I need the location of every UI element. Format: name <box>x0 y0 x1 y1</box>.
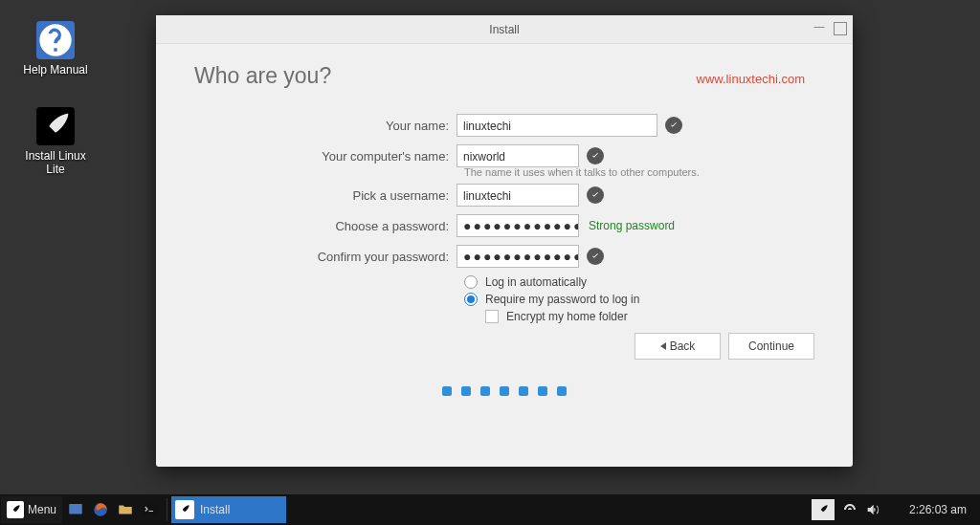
login-auto-radio[interactable]: Log in automatically <box>464 275 814 289</box>
install-label-2: Lite <box>17 163 94 176</box>
help-label: Help Manual <box>17 63 94 77</box>
login-auto-label: Log in automatically <box>485 275 587 289</box>
installer-window: Install Who are you? www.linuxtechi.com … <box>156 15 853 467</box>
username-label: Pick a username: <box>194 188 457 203</box>
password-label: Choose a password: <box>194 219 457 233</box>
menu-label: Menu <box>28 503 56 516</box>
help-icon <box>36 21 75 59</box>
login-require-radio[interactable]: Require my password to log in <box>464 293 814 306</box>
encrypt-label: Encrypt my home folder <box>506 310 628 323</box>
titlebar[interactable]: Install <box>156 15 853 44</box>
volume-icon[interactable] <box>865 502 880 517</box>
computer-label: Your computer's name: <box>194 149 457 164</box>
check-icon <box>587 147 604 164</box>
password-input[interactable]: ●●●●●●●●●●●●● <box>457 214 579 237</box>
name-label: Your name: <box>194 119 457 133</box>
system-tray: 2:26:03 am <box>812 499 980 520</box>
continue-button[interactable]: Continue <box>728 333 814 360</box>
radio-icon <box>464 293 478 306</box>
maximize-button[interactable] <box>834 21 847 34</box>
password-strength: Strong password <box>589 219 675 232</box>
confirm-label: Confirm your password: <box>194 250 457 264</box>
check-icon <box>587 248 604 265</box>
login-require-label: Require my password to log in <box>485 293 639 306</box>
checkbox-icon <box>485 310 499 323</box>
check-icon <box>587 186 604 204</box>
name-input[interactable]: linuxtechi <box>457 114 657 137</box>
watermark-text: www.linuxtechi.com <box>697 72 805 86</box>
username-input[interactable]: linuxtechi <box>457 184 579 207</box>
user-form: Your name: linuxtechi Your computer's na… <box>194 114 814 327</box>
taskbar: Menu Install 2:26:03 am <box>0 494 980 525</box>
network-icon[interactable] <box>842 502 858 517</box>
svg-rect-0 <box>69 504 82 514</box>
tray-installer-icon[interactable] <box>812 499 835 520</box>
window-controls <box>813 21 847 34</box>
computer-hint: The name it uses when it talks to other … <box>464 167 814 178</box>
separator <box>167 498 167 521</box>
continue-label: Continue <box>748 339 794 353</box>
menu-button[interactable]: Menu <box>1 496 62 523</box>
back-label: Back <box>670 339 696 353</box>
task-label: Install <box>200 503 230 516</box>
files-launcher[interactable] <box>115 499 136 520</box>
check-icon <box>665 117 682 134</box>
window-title: Install <box>489 23 519 36</box>
progress-dots <box>194 386 814 396</box>
desktop-icon-help[interactable]: Help Manual <box>17 21 94 77</box>
encrypt-checkbox[interactable]: Encrypt my home folder <box>485 310 814 323</box>
page-heading: Who are you? <box>194 63 331 89</box>
show-desktop-button[interactable] <box>65 499 86 520</box>
desktop-icon-install[interactable]: Install Linux Lite <box>17 107 94 177</box>
back-button[interactable]: Back <box>635 333 721 360</box>
radio-icon <box>464 275 478 289</box>
install-label-1: Install Linux <box>17 149 94 163</box>
confirm-input[interactable]: ●●●●●●●●●●●●● <box>457 245 579 268</box>
computer-input[interactable]: nixworld <box>457 144 579 167</box>
taskbar-task-install[interactable]: Install <box>171 496 286 523</box>
clock[interactable]: 2:26:03 am <box>888 503 972 516</box>
feather-icon <box>36 107 75 145</box>
firefox-launcher[interactable] <box>90 499 111 520</box>
arrow-left-icon <box>660 342 666 350</box>
terminal-launcher[interactable] <box>140 499 161 520</box>
svg-rect-2 <box>144 504 158 515</box>
minimize-button[interactable] <box>813 21 826 34</box>
feather-icon <box>175 500 194 519</box>
feather-icon <box>7 501 24 518</box>
